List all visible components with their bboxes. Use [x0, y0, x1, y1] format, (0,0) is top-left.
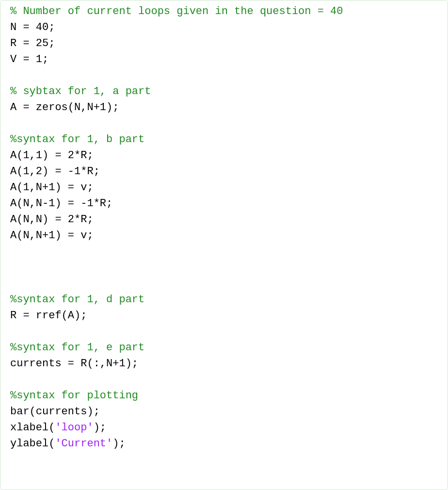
- code-line: [10, 244, 440, 260]
- code-line: ylabel('Current');: [10, 436, 440, 452]
- code-token: R = 25;: [10, 37, 55, 49]
- code-token: A(N,N-1) = -1*R;: [10, 197, 112, 210]
- code-line: R = rref(A);: [10, 308, 440, 324]
- code-line: bar(currents);: [10, 404, 440, 420]
- code-token: A(1,2) = -1*R;: [10, 165, 100, 178]
- code-line: %syntax for 1, e part: [10, 340, 440, 356]
- code-token: % sybtax for 1, a part: [10, 85, 151, 98]
- code-line: [10, 67, 440, 83]
- code-block: % Number of current loops given in the q…: [0, 0, 448, 490]
- code-line: xlabel('loop');: [10, 420, 440, 436]
- code-line: [10, 260, 440, 276]
- code-line: R = 25;: [10, 35, 440, 51]
- code-line: [10, 324, 440, 340]
- code-line: % Number of current loops given in the q…: [10, 3, 440, 19]
- code-token: A(1,N+1) = v;: [10, 181, 94, 194]
- code-line: currents = R(:,N+1);: [10, 356, 440, 372]
- code-line: [10, 276, 440, 292]
- code-token: A(N,N) = 2*R;: [10, 213, 94, 226]
- code-token: xlabel(: [10, 422, 55, 434]
- code-token: %syntax for 1, b part: [10, 133, 144, 146]
- code-line: %syntax for 1, b part: [10, 131, 440, 147]
- code-line: %syntax for 1, d part: [10, 292, 440, 308]
- code-token: A(N,N+1) = v;: [10, 229, 94, 242]
- code-token: );: [112, 438, 125, 450]
- code-token: ylabel(: [10, 438, 55, 450]
- code-line: A(N,N) = 2*R;: [10, 212, 440, 228]
- code-token: currents = R(:,N+1);: [10, 358, 138, 370]
- code-line: A(1,2) = -1*R;: [10, 163, 440, 180]
- code-token: %syntax for 1, d part: [10, 294, 144, 306]
- code-line: %syntax for plotting: [10, 388, 440, 404]
- code-token: );: [94, 422, 106, 434]
- code-line: % sybtax for 1, a part: [10, 83, 440, 99]
- code-line: [10, 115, 440, 131]
- code-line: [10, 372, 440, 388]
- code-token: 'loop': [55, 422, 93, 434]
- code-token: %syntax for plotting: [10, 390, 138, 402]
- code-line: A(1,N+1) = v;: [10, 180, 440, 196]
- code-line: A(N,N+1) = v;: [10, 228, 440, 244]
- code-line: A(1,1) = 2*R;: [10, 147, 440, 163]
- code-token: N = 40;: [10, 21, 55, 33]
- code-line: N = 40;: [10, 19, 440, 35]
- code-token: A = zeros(N,N+1);: [10, 101, 119, 114]
- code-token: 'Current': [55, 438, 112, 450]
- code-line: A(N,N-1) = -1*R;: [10, 196, 440, 212]
- code-line: A = zeros(N,N+1);: [10, 99, 440, 115]
- code-line: V = 1;: [10, 51, 440, 67]
- code-token: V = 1;: [10, 53, 48, 65]
- code-token: %syntax for 1, e part: [10, 342, 144, 354]
- code-token: R = rref(A);: [10, 310, 87, 322]
- code-token: bar(currents);: [10, 406, 100, 418]
- code-token: A(1,1) = 2*R;: [10, 149, 94, 162]
- code-token: % Number of current loops given in the q…: [10, 5, 343, 17]
